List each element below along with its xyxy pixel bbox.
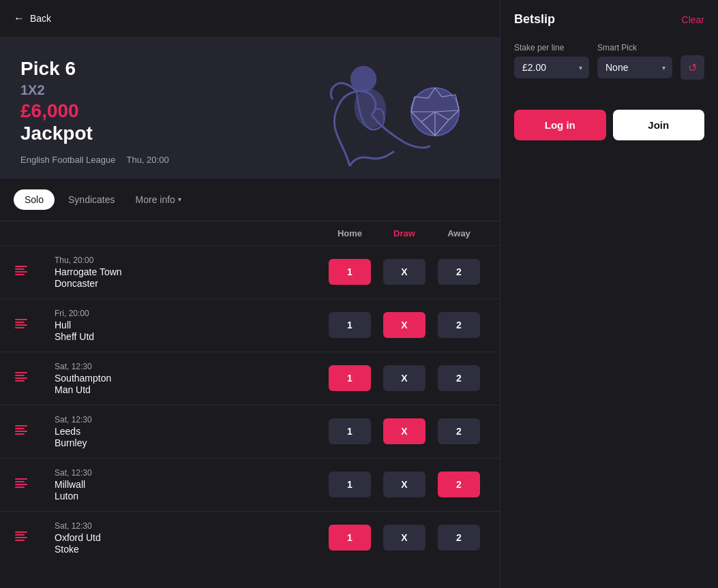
svg-rect-4 [15,266,27,267]
svg-rect-8 [15,319,27,320]
bet-away-button[interactable]: 2 [438,259,480,285]
bet-away-button[interactable]: 2 [438,365,480,391]
svg-rect-20 [15,478,27,480]
match-info: Sat, 12:30 Southampton Man Utd [55,362,323,395]
refresh-icon: ↺ [688,61,697,74]
betslip-controls: Stake per line £0.50 £1.00 £2.00 £5.00 £… [500,36,718,104]
svg-rect-27 [15,540,25,541]
hero-type: 1X2 [20,80,479,99]
bet-draw-button[interactable]: X [383,259,425,285]
hero-meta: English Football League Thu, 20:00 [20,155,479,165]
tab-solo[interactable]: Solo [14,189,55,210]
bet-away-button[interactable]: 2 [438,471,480,497]
hero-league: English Football League [20,155,116,165]
bet-away-button[interactable]: 2 [438,312,480,338]
svg-rect-24 [15,531,27,533]
svg-rect-21 [15,481,25,482]
match-icon [14,529,55,546]
bet-draw-button[interactable]: X [383,312,425,338]
svg-rect-13 [15,375,25,376]
match-icon [14,370,55,387]
bet-home-button[interactable]: 1 [329,525,371,551]
betslip-header: Betslip Clear [500,0,718,36]
hero-banner: Pick 6 1X2 £6,000 Jackpot English Footba… [0,37,500,179]
svg-rect-23 [15,486,25,488]
bet-home-button[interactable]: 1 [329,259,371,285]
match-icon [14,476,55,493]
bet-home-button[interactable]: 1 [329,471,371,497]
bet-draw-button[interactable]: X [383,471,425,497]
back-label: Back [30,13,51,24]
matches-list: Thu, 20:00 Harrogate Town Doncaster 1X2 … [0,245,500,564]
col-header-draw: Draw [377,228,432,238]
svg-rect-11 [15,327,25,328]
match-icon [14,423,55,440]
svg-rect-15 [15,380,25,382]
svg-rect-17 [15,428,25,429]
table-row: Fri, 20:00 Hull Sheff Utd 1X2 [0,298,500,352]
table-row: Sat, 12:30 Oxford Utd Stoke 1X2 [0,511,500,564]
match-info: Sat, 12:30 Leeds Burnley [55,415,323,448]
tabs-bar: Solo Syndicates More info ▾ [0,179,500,221]
betslip-actions: Log in Join [500,110,718,140]
bet-home-button[interactable]: 1 [329,418,371,444]
svg-rect-7 [15,274,25,275]
svg-rect-12 [15,372,27,373]
svg-rect-14 [15,377,27,379]
col-header-home: Home [323,228,377,238]
back-arrow-icon: ← [14,12,25,25]
match-icon [14,264,55,281]
bet-away-button[interactable]: 2 [438,525,480,551]
svg-rect-25 [15,534,25,536]
refresh-button[interactable]: ↺ [680,55,704,80]
bet-draw-button[interactable]: X [383,365,425,391]
betslip-panel: Betslip Clear Stake per line £0.50 £1.00… [500,0,718,588]
table-row: Sat, 12:30 Millwall Luton 1X2 [0,458,500,511]
chevron-down-icon: ▾ [178,196,181,203]
hero-title: Pick 6 [20,57,479,80]
hero-date: Thu, 20:00 [127,155,169,165]
svg-rect-18 [15,431,27,432]
svg-rect-19 [15,433,25,435]
col-header-away: Away [432,228,486,238]
join-button[interactable]: Join [613,110,705,140]
svg-rect-10 [15,324,27,326]
tab-more-info[interactable]: More info ▾ [129,189,188,210]
bet-draw-button[interactable]: X [383,418,425,444]
stake-label: Stake per line [514,43,589,52]
svg-rect-5 [15,268,25,270]
match-icon [14,317,55,334]
smart-pick-select[interactable]: None Auto Random [597,57,672,78]
svg-rect-22 [15,484,27,485]
bet-home-button[interactable]: 1 [329,365,371,391]
table-row: Sat, 12:30 Leeds Burnley 1X2 [0,405,500,458]
bet-away-button[interactable]: 2 [438,418,480,444]
table-row: Thu, 20:00 Harrogate Town Doncaster 1X2 [0,245,500,298]
betslip-title: Betslip [514,12,555,27]
table-header: Home Draw Away [0,221,500,245]
match-info: Thu, 20:00 Harrogate Town Doncaster [55,256,323,289]
bet-home-button[interactable]: 1 [329,312,371,338]
bet-draw-button[interactable]: X [383,525,425,551]
hero-jackpot-amount: £6,000 [20,99,479,123]
svg-rect-16 [15,425,27,427]
back-button[interactable]: ← Back [0,0,500,37]
clear-button[interactable]: Clear [682,14,704,25]
stake-select[interactable]: £0.50 £1.00 £2.00 £5.00 £10.00 [514,57,589,78]
svg-rect-6 [15,271,27,273]
svg-rect-26 [15,537,27,538]
hero-jackpot-label: Jackpot [20,122,479,145]
svg-rect-9 [15,322,25,323]
match-info: Sat, 12:30 Millwall Luton [55,468,323,501]
table-row: Sat, 12:30 Southampton Man Utd 1X2 [0,352,500,405]
tab-syndicates[interactable]: Syndicates [57,189,125,210]
smart-pick-label: Smart Pick [597,43,672,52]
match-info: Sat, 12:30 Oxford Utd Stoke [55,521,323,555]
login-button[interactable]: Log in [514,110,606,140]
match-info: Fri, 20:00 Hull Sheff Utd [55,309,323,342]
